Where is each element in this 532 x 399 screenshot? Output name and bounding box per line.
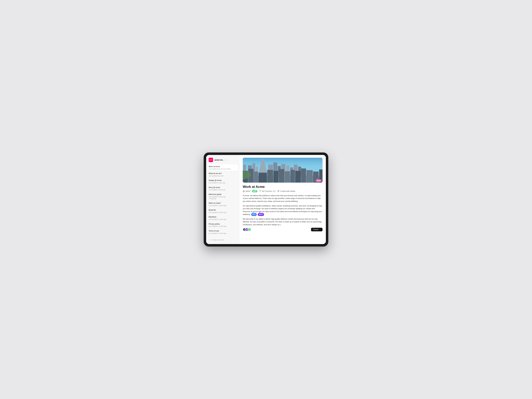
device-screen: acme acme inc. ▾ Work at Acme Last updat… — [206, 155, 326, 244]
page-meta: 🏢 Hybrid Billie 📍 San Francisco, CA 🌴 2 … — [243, 190, 323, 192]
holiday-icon: 🌴 — [277, 190, 279, 192]
page-title: Work at Acme — [243, 185, 323, 189]
device-frame: acme acme inc. ▾ Work at Acme Last updat… — [204, 152, 328, 247]
svg-rect-25 — [254, 172, 258, 183]
sidebar-item-work-at-acme[interactable]: Work at Acme Last updated just now by Ju… — [207, 164, 238, 171]
nav-item-subtitle: Last updated 3 weeks ago — [209, 212, 237, 213]
location-icon: 📍 — [259, 190, 261, 192]
meta-holiday: 🌴 2 weeks paid holiday — [277, 190, 295, 192]
meta-type: 🏢 Hybrid — [243, 190, 250, 192]
nav-item-subtitle: Last updated 2 weeks ago — [209, 205, 237, 206]
sidebar-item-manifesto[interactable]: Manifesto Last updated 1 month ago — [207, 215, 238, 221]
main-content: Emily Work at Acme 🏢 Hybrid Billie 📍 San… — [239, 155, 326, 244]
nav-item-subtitle: Last updated 2 days ago — [209, 182, 237, 184]
body-paragraph-3: We take pride in our ability to deliver … — [243, 218, 323, 226]
sidebar-chevron-icon: ▾ — [225, 159, 226, 161]
sidebar-item-meet-our-team[interactable]: Meet our team! Last updated 2 weeks ago — [207, 201, 238, 207]
nav-item-protected-label: • Protected — [209, 198, 237, 200]
nav-item-title: Manifesto — [209, 216, 237, 218]
svg-rect-30 — [285, 171, 290, 183]
create-new-site-button[interactable]: ＋ Create new site — [206, 237, 239, 243]
hero-image: Emily — [243, 158, 323, 183]
sidebar-item-design-acme[interactable]: Design @ Acme Last updated 2 days ago — [207, 178, 238, 185]
svg-rect-26 — [259, 173, 267, 183]
emily-cursor-badge: Emily — [316, 179, 322, 182]
nav-item-subtitle: Last updated 1 month ago — [209, 218, 237, 220]
nav-item-title: Terms of use — [209, 230, 237, 232]
marco-cursor-pointer — [259, 212, 260, 213]
cursor-pointer-icon — [317, 179, 318, 180]
sidebar-header[interactable]: acme acme inc. ▾ — [206, 158, 239, 164]
svg-rect-31 — [290, 170, 295, 183]
svg-rect-29 — [279, 169, 284, 183]
sidebar-nav: Work at Acme Last updated just now by Ju… — [206, 164, 239, 237]
bottom-bar: J M B Publish → — [243, 228, 323, 231]
nav-item-title: Design @ Acme — [209, 179, 237, 182]
plus-icon: ＋ — [209, 238, 211, 241]
svg-rect-32 — [295, 171, 301, 183]
svg-rect-34 — [306, 170, 313, 183]
nav-item-subtitle: Last updated 1 month ago — [209, 232, 237, 234]
svg-rect-33 — [301, 168, 306, 183]
nav-item-title: Devs @ Acme — [209, 186, 237, 189]
nav-item-title: Welcome guide! — [209, 193, 237, 196]
acme-logo: acme — [209, 158, 213, 162]
sidebar-item-brand-kit[interactable]: Brand kit Last updated 3 weeks ago — [207, 208, 238, 214]
body-paragraph-2: Our app features guided meditations, sle… — [243, 205, 323, 216]
sidebar: acme acme inc. ▾ Work at Acme Last updat… — [206, 155, 239, 244]
billie-cursor-badge: Billie — [252, 190, 257, 192]
sidebar-org-name: acme inc. — [215, 159, 223, 161]
sidebar-item-privacy-policy[interactable]: Privacy policy Last updated 1 month ago — [207, 222, 238, 228]
nav-item-title: Meet our team! — [209, 202, 237, 204]
marco-cursor-badge: Marco — [258, 213, 264, 216]
building-icon: 🏢 — [243, 190, 245, 192]
nav-item-title: Work at Acme — [209, 165, 237, 168]
nav-item-subtitle: Last updated just now by Justine — [209, 168, 237, 170]
body-paragraph-1: At Acme, we believe that wellness is abo… — [243, 194, 323, 203]
nav-item-subtitle: Last updated just now — [209, 175, 237, 177]
svg-rect-27 — [267, 170, 273, 183]
meta-location: 📍 San Francisco, CA — [259, 190, 276, 192]
svg-rect-28 — [273, 171, 278, 183]
sidebar-item-welcome-guide[interactable]: Welcome guide! Last updated a week ago •… — [207, 192, 238, 201]
nav-item-title: What do we do? — [209, 172, 237, 175]
nav-item-subtitle: Last updated 3 days ago — [209, 189, 237, 191]
create-new-site-label: Create new site — [211, 239, 224, 241]
alice-cursor-pointer — [253, 212, 254, 213]
nav-item-title: Privacy policy — [209, 223, 237, 225]
sidebar-item-what-do-we-do[interactable]: What do we do? Last updated just now — [207, 171, 238, 178]
alice-cursor-badge: Alice — [251, 213, 257, 216]
nav-item-title: Brand kit — [209, 209, 237, 211]
avatar-3: B — [248, 228, 251, 231]
avatar-stack: J M B — [243, 228, 250, 231]
sidebar-item-devs-acme[interactable]: Devs @ Acme Last updated 3 days ago — [207, 185, 238, 192]
billie-cursor-pointer — [253, 189, 254, 190]
sidebar-item-terms-of-use[interactable]: Terms of use Last updated 1 month ago — [207, 229, 238, 235]
nav-item-subtitle: Last updated a week ago — [209, 196, 237, 198]
nav-item-subtitle: Last updated 1 month ago — [209, 225, 237, 227]
publish-button[interactable]: Publish → — [311, 228, 323, 231]
page-body: At Acme, we believe that wellness is abo… — [243, 194, 323, 226]
